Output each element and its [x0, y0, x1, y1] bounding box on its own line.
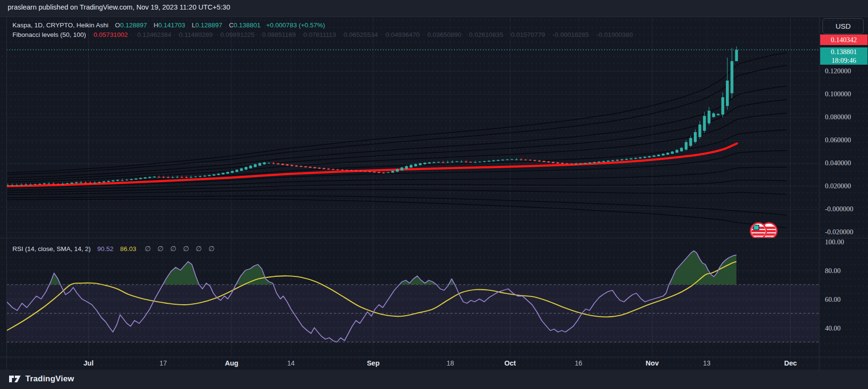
fibonacci-primary-value: 0.05731002	[94, 31, 128, 38]
time-tick: 13	[703, 359, 711, 367]
symbol-title: Kaspa, 1D, CRYPTO, Heikin Ashi	[12, 22, 109, 29]
price-tick: 0.060000	[825, 136, 867, 144]
fibonacci-level-value: 0.04936470	[386, 31, 420, 38]
fibonacci-level-value: -0.01000380	[597, 31, 633, 38]
rsi-empty-glyph: ∅	[170, 245, 177, 252]
rsi-value: 90.52	[97, 245, 113, 252]
fibonacci-level-value: 0.06525534	[344, 31, 378, 38]
rsi-empty-glyph: ∅	[196, 245, 202, 252]
time-tick: 18	[446, 359, 454, 367]
time-tick: Oct	[504, 359, 516, 367]
symbol-legend: Kaspa, 1D, CRYPTO, Heikin Ashi O0.128897…	[12, 22, 325, 29]
fibonacci-level-value: 0.02610835	[469, 31, 503, 38]
last-price-badge: 0.138801 18:09:46	[820, 47, 868, 65]
price-tick: -0.020000	[825, 228, 867, 236]
tradingview-brand[interactable]: TradingView	[9, 374, 74, 384]
time-tick: Aug	[225, 359, 238, 367]
fibonacci-level-value: 0.09891225	[220, 31, 254, 38]
rsi-empty-glyph: ∅	[145, 245, 151, 252]
time-tick: Sep	[367, 359, 380, 367]
candle-countdown: 18:09:46	[820, 56, 868, 65]
close-value: 0.138801	[234, 22, 260, 29]
fibonacci-level-value: 0.12462384	[137, 31, 171, 38]
rsi-sma-value: 86.03	[120, 245, 136, 252]
tradingview-published-chart: praslearn published on TradingView.com, …	[0, 0, 868, 389]
fibonacci-level-values: 0.124623840.114802890.098912250.08851169…	[130, 31, 633, 38]
fibonacci-level-value: -0.00018285	[553, 31, 589, 38]
fibonacci-level-value: 0.07811113	[303, 31, 336, 38]
rsi-tick: 40.00	[825, 324, 867, 332]
price-tick: 0.040000	[825, 159, 867, 167]
high-price-badge: 0.140342	[820, 34, 868, 45]
rsi-empty-glyph: ∅	[183, 245, 189, 252]
time-tick: 16	[575, 359, 582, 367]
close-label: C	[229, 22, 234, 29]
fibonacci-label: Fibonacci levels (50, 100)	[12, 31, 86, 38]
rsi-legend: RSI (14, close, SMA, 14, 2) 90.52 86.03 …	[12, 245, 214, 252]
fibonacci-level-value: 0.11480289	[179, 31, 212, 38]
chart-canvas[interactable]	[0, 0, 868, 389]
price-tick: -0.000000	[825, 205, 867, 213]
time-tick: Jul	[84, 359, 94, 367]
fibonacci-level-value: 0.01570779	[511, 31, 545, 38]
open-value: 0.128897	[120, 22, 147, 29]
chart-marker-icon	[751, 223, 777, 240]
tradingview-logo-icon	[9, 374, 21, 384]
time-tick: 14	[287, 359, 295, 367]
high-value: 0.141703	[158, 22, 185, 29]
price-tick: 0.100000	[825, 90, 867, 98]
tradingview-brand-text: TradingView	[25, 374, 74, 384]
fibonacci-level-value: 0.08851169	[262, 31, 296, 38]
currency-button[interactable]: USD	[823, 18, 864, 34]
time-tick: Dec	[784, 359, 797, 367]
price-tick: 0.120000	[825, 67, 867, 75]
time-tick: Nov	[645, 359, 658, 367]
low-value: 0.128897	[195, 22, 222, 29]
open-label: O	[115, 22, 120, 29]
rsi-empty-glyph: ∅	[157, 245, 164, 252]
last-price-value: 0.138801	[820, 47, 868, 56]
fibonacci-level-value: 0.03650890	[427, 31, 461, 38]
rsi-tick: 100.00	[825, 238, 867, 246]
change-value: +0.000783 (+0.57%)	[266, 22, 325, 29]
time-tick: 17	[159, 359, 167, 367]
rsi-empty-glyph: ∅	[209, 245, 215, 252]
rsi-empty-values: ∅∅∅∅∅∅	[138, 245, 214, 252]
rsi-tick: 60.00	[825, 296, 867, 304]
footer-bar: TradingView	[0, 370, 868, 389]
price-tick: 0.080000	[825, 113, 867, 121]
fibonacci-legend: Fibonacci levels (50, 100) 0.05731002 0.…	[12, 31, 633, 38]
price-tick: 0.020000	[825, 182, 867, 190]
high-label: H	[154, 22, 158, 29]
rsi-label: RSI (14, close, SMA, 14, 2)	[12, 245, 91, 252]
rsi-tick: 80.00	[825, 267, 867, 275]
